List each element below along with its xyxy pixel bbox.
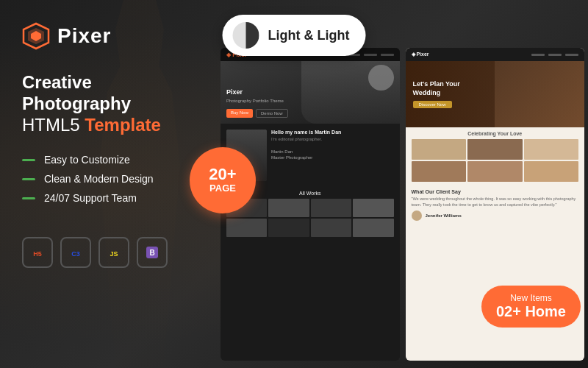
ss-wedding-title: Let's Plan YourWedding xyxy=(413,80,460,97)
logo-text: Pixer xyxy=(57,24,112,48)
ss-wedding-btn[interactable]: Discover Now xyxy=(413,101,452,108)
logo-area: Pixer xyxy=(22,22,198,50)
photo-1 xyxy=(412,139,467,160)
headline: Creative Photography HTML5 Template xyxy=(22,72,198,135)
gallery-item-8 xyxy=(353,219,393,237)
ss-testimonial-title: What Our Client Say xyxy=(412,189,579,194)
gallery-item-6 xyxy=(268,219,309,237)
svg-text:H5: H5 xyxy=(33,250,42,258)
svg-text:C3: C3 xyxy=(71,250,80,258)
feature-text-3: 24/07 Support Team xyxy=(44,192,137,204)
html-icon: H5 xyxy=(22,237,53,268)
feature-text-1: Easy to Customize xyxy=(44,154,130,166)
toggle-half-dark xyxy=(246,22,259,49)
ss-couple-bg xyxy=(495,61,584,127)
js-icon: JS xyxy=(98,237,129,268)
ss-model-head xyxy=(368,65,394,91)
toggle-icon xyxy=(233,22,259,49)
gallery-item-4 xyxy=(353,199,393,217)
ss-testimonial-section: What Our Client Say "We were wedding thr… xyxy=(406,185,585,224)
ss-gallery-grid xyxy=(226,199,394,237)
toggle-label: Light & Light xyxy=(268,28,350,43)
photo-4 xyxy=(412,161,467,182)
feature-item-3: 24/07 Support Team xyxy=(22,192,198,204)
ss-person-bio: I'm editorial photographer.Martin DanMas… xyxy=(271,136,394,161)
pixer-logo-icon xyxy=(22,22,50,50)
photo-2 xyxy=(467,139,523,160)
svg-text:B: B xyxy=(149,249,154,257)
left-panel: Pixer Creative Photography HTML5 Templat… xyxy=(0,0,220,368)
ss-hero-subtitle: Photography Portfolio Theme xyxy=(226,99,284,103)
headline-orange: Template xyxy=(85,115,161,135)
new-items-label: New Items xyxy=(496,293,566,303)
badge-number: 20+ xyxy=(209,166,236,183)
page-count-badge[interactable]: 20+ PAGE xyxy=(190,147,256,213)
headline-plain: HTML5 xyxy=(22,115,85,135)
photo-5 xyxy=(467,161,523,182)
screenshot-dark-theme: ◈ Pixer PixerPhotography Portfolio Theme xyxy=(220,48,400,361)
feature-dash-3 xyxy=(22,197,35,199)
ss-dark-hero: PixerPhotography Portfolio Theme Buy Now… xyxy=(220,61,400,124)
ss-photo-grid xyxy=(412,139,579,182)
svg-text:JS: JS xyxy=(110,250,118,258)
ss-wedding-hero: Let's Plan YourWedding Discover Now xyxy=(406,61,585,127)
ss-person-text: Hello my name is Martin Dan I'm editoria… xyxy=(271,130,394,181)
feature-item-2: Clean & Modern Design xyxy=(22,173,198,185)
feature-text-2: Clean & Modern Design xyxy=(44,173,154,185)
ss-celebrating-section: Celebrating Your Love xyxy=(406,127,585,185)
features-list: Easy to Customize Clean & Modern Design … xyxy=(22,154,198,211)
feature-dash-2 xyxy=(22,178,35,180)
headline-line1: Creative Photography xyxy=(22,72,198,115)
ss-testimonial-text: "We were wedding throughout the whole th… xyxy=(412,197,579,208)
ss-person-attr: Martin DanMaster Photographer xyxy=(271,149,312,160)
badge-text: PAGE xyxy=(209,183,236,194)
css-icon: C3 xyxy=(60,237,91,268)
gallery-item-2 xyxy=(268,199,309,217)
ss-btn-demo[interactable]: Demo Now xyxy=(256,109,288,118)
gallery-item-5 xyxy=(226,219,267,237)
feature-dash-1 xyxy=(22,159,35,161)
new-items-number: 02+ Home xyxy=(496,303,566,320)
bootstrap-icon: B xyxy=(137,237,168,268)
ss-celebrating-title: Celebrating Your Love xyxy=(412,131,579,136)
ss-light-nav-items xyxy=(531,54,578,56)
ss-light-nav: ◈ Pixer xyxy=(406,48,585,61)
main-container: Pixer Creative Photography HTML5 Templat… xyxy=(0,0,588,368)
ss-reviewer-name: Jennifer Williams xyxy=(426,213,462,218)
ss-reviewer: Jennifer Williams xyxy=(412,210,579,221)
ss-light-logo: ◈ Pixer xyxy=(412,52,429,57)
new-items-badge[interactable]: New Items 02+ Home xyxy=(481,286,581,328)
light-toggle-button[interactable]: Light & Light xyxy=(223,15,366,56)
ss-hero-title: PixerPhotography Portfolio Theme xyxy=(226,88,394,105)
gallery-item-3 xyxy=(311,199,351,217)
headline-line2: HTML5 Template xyxy=(22,115,198,136)
photo-3 xyxy=(524,139,579,160)
gallery-item-7 xyxy=(311,219,351,237)
ss-hero-btns: Buy Now Demo Now xyxy=(226,109,394,118)
ss-reviewer-avatar xyxy=(412,210,422,221)
tech-icons-row: H5 C3 JS B xyxy=(22,237,198,268)
ss-btn-buy[interactable]: Buy Now xyxy=(226,109,253,118)
photo-6 xyxy=(524,161,579,182)
ss-person-name: Hello my name is Martin Dan xyxy=(271,130,394,135)
feature-item-1: Easy to Customize xyxy=(22,154,198,166)
